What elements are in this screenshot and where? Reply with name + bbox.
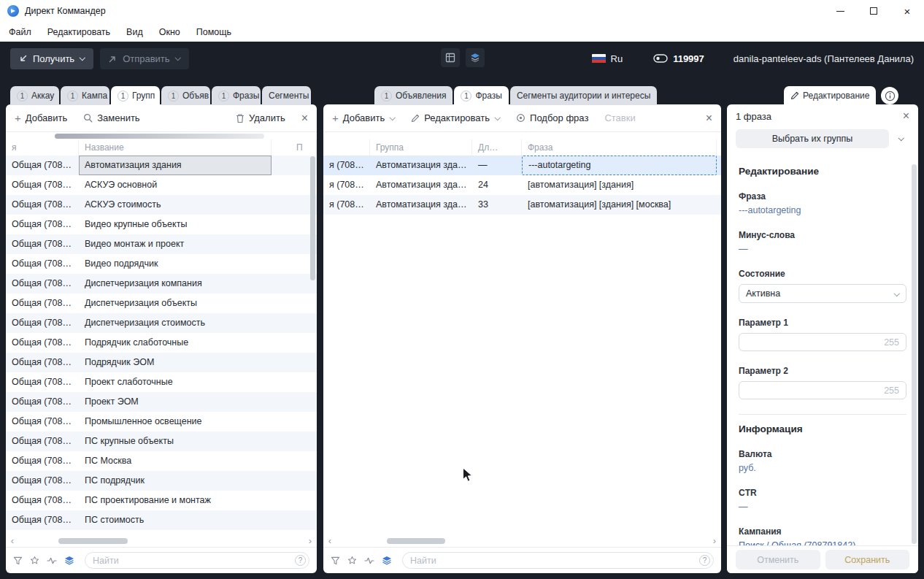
menu-item[interactable]: Файл <box>9 27 31 37</box>
add-label: Добавить <box>26 112 67 123</box>
param2-input[interactable] <box>739 381 906 399</box>
close-panel-button[interactable]: × <box>301 112 308 124</box>
menu-item[interactable]: Вид <box>126 27 143 37</box>
horizontal-scrollbar-top-thumb[interactable] <box>55 134 264 139</box>
table-row[interactable]: Общая (708… Диспетчеризация стоимость <box>6 313 317 333</box>
vertical-scrollbar-thumb[interactable] <box>310 156 315 280</box>
save-button[interactable]: Сохранить <box>825 550 910 570</box>
tab-label: Групп <box>132 91 155 101</box>
send-button[interactable]: Отправить <box>100 48 188 69</box>
language-switch[interactable]: Ru <box>611 53 623 64</box>
activity-icon[interactable] <box>47 556 57 565</box>
tab[interactable]: 1 Аккау <box>10 86 59 105</box>
layers-view-button[interactable] <box>466 48 485 67</box>
maximize-button[interactable] <box>857 0 890 22</box>
tab[interactable]: Сегменты аудитории и интересы <box>510 86 657 105</box>
table-row[interactable]: Общая (708… Видео монтаж и проект <box>6 234 317 254</box>
account-menu[interactable]: danila-panteleev-ads (Пантелеев Данила) <box>734 53 914 64</box>
search-help-icon[interactable]: ? <box>699 555 710 566</box>
menu-item[interactable]: Редактировать <box>47 27 110 37</box>
close-button[interactable]: × <box>890 0 924 22</box>
tab[interactable]: 1 Групп <box>111 86 160 105</box>
layers-filter-icon[interactable] <box>382 556 392 565</box>
add-phrase-button[interactable]: + Добавить <box>332 112 395 123</box>
close-panel-button[interactable]: × <box>706 112 712 124</box>
tab[interactable]: Сегменты <box>262 86 311 105</box>
tab[interactable]: 1 Объяв <box>161 86 210 105</box>
get-button[interactable]: Получить <box>10 48 93 69</box>
select-groups-button[interactable]: Выбрать их группы <box>736 129 889 148</box>
table-row[interactable]: Общая (708… Подрядчик ЭОМ <box>6 353 317 372</box>
search-input[interactable] <box>85 552 309 569</box>
param1-input[interactable] <box>739 333 906 351</box>
bids-button[interactable]: Ставки <box>604 112 635 123</box>
filter-icon[interactable] <box>13 556 23 565</box>
search-input[interactable] <box>402 552 714 569</box>
column-header-group[interactable]: Группа <box>370 139 472 156</box>
tab[interactable]: 1 Фразы <box>212 86 261 105</box>
horizontal-scrollbar-thumb[interactable] <box>387 538 445 544</box>
table-row[interactable]: Общая (708… Диспетчеризация объекты <box>6 294 317 313</box>
star-icon[interactable] <box>30 556 39 565</box>
minus-words-value[interactable]: — <box>739 244 906 254</box>
horizontal-scrollbar-thumb[interactable] <box>58 538 128 544</box>
menu-item[interactable]: Помощь <box>196 27 231 37</box>
scroll-right-arrow[interactable]: › <box>708 535 721 547</box>
minimize-button[interactable] <box>823 0 857 22</box>
edit-phrase-button[interactable]: Редактировать <box>411 112 500 123</box>
select-groups-dropdown[interactable] <box>893 129 909 148</box>
table-row[interactable]: Общая (708… АСКУЭ основной <box>6 175 317 195</box>
layers-filter-icon[interactable] <box>64 556 74 565</box>
cancel-button[interactable]: Отменить <box>736 550 820 570</box>
table-row[interactable]: Общая (708… Диспетчеризация компания <box>6 274 317 294</box>
state-select[interactable]: Активна <box>739 284 906 303</box>
tab[interactable]: 1 Фразы <box>454 86 508 105</box>
table-row[interactable]: Общая (708… ПС стоимость <box>6 510 317 530</box>
replace-label: Заменить <box>97 112 139 123</box>
menu-item[interactable]: Окно <box>159 27 180 37</box>
search-help-icon[interactable]: ? <box>295 555 306 566</box>
table-row[interactable]: Общая (708… Подрядчик слаботочные <box>6 333 317 353</box>
column-header-extra[interactable]: П <box>272 139 317 156</box>
table-row[interactable]: Общая (708… ПС проектирование и монтаж <box>6 491 317 510</box>
table-row[interactable]: Общая (708… Проект ЭОМ <box>6 392 317 412</box>
activity-icon[interactable] <box>364 556 374 565</box>
close-panel-button[interactable]: × <box>903 110 909 122</box>
phrase-picker-button[interactable]: Подбор фраз <box>516 112 588 123</box>
vertical-scrollbar-thumb[interactable] <box>912 164 917 544</box>
table-row[interactable]: Общая (708… ПС Москва <box>6 451 317 471</box>
phrase-value[interactable]: ---autotargeting <box>739 205 906 215</box>
table-row[interactable]: Общая (708… ПС крупные объекты <box>6 432 317 451</box>
info-button[interactable] <box>881 87 898 104</box>
table-row[interactable]: Общая (708… Автоматизация здания <box>6 156 317 175</box>
scroll-right-arrow[interactable]: › <box>304 535 317 547</box>
table-row[interactable]: Общая (708… ПС подрядчик <box>6 471 317 491</box>
table-row[interactable]: Общая (708… Промышленное освещение <box>6 412 317 432</box>
delete-button[interactable]: Удалить <box>236 112 285 123</box>
table-row[interactable]: я (708… Автоматизация зда… 24 [автоматиз… <box>323 175 721 195</box>
get-button-label: Получить <box>33 53 74 64</box>
table-row[interactable]: я (708… Автоматизация зда… — ---autotarg… <box>323 156 721 175</box>
tab[interactable]: 1 Кампа <box>61 86 109 105</box>
table-row[interactable]: я (708… Автоматизация зда… 33 [автоматиз… <box>323 195 721 215</box>
column-header-phrase[interactable]: Фраза <box>522 139 717 156</box>
column-header-campaign[interactable] <box>323 139 370 156</box>
table-row[interactable]: Общая (708… Видео подрядчик <box>6 254 317 274</box>
table-row[interactable]: Общая (708… АСКУЭ стоимость <box>6 195 317 215</box>
scroll-left-arrow[interactable]: ‹ <box>6 535 19 547</box>
column-header-campaign[interactable]: я <box>6 139 79 156</box>
tab[interactable]: 1 Объявления <box>374 86 453 105</box>
campaign-link[interactable]: Поиск / Общая (708791842) <box>739 540 906 545</box>
add-group-button[interactable]: + Добавить <box>15 112 67 123</box>
table-row[interactable]: Общая (708… Видео крупные объекты <box>6 215 317 234</box>
star-icon[interactable] <box>347 556 357 565</box>
tab-editing[interactable]: Редактирование <box>784 86 876 105</box>
russian-flag-icon <box>592 54 606 64</box>
filter-icon[interactable] <box>331 556 340 565</box>
replace-button[interactable]: Заменить <box>83 112 139 123</box>
column-header-length[interactable]: Дл… <box>472 139 522 156</box>
column-header-name[interactable]: Название <box>79 139 272 156</box>
scroll-left-arrow[interactable]: ‹ <box>323 535 336 547</box>
table-row[interactable]: Общая (708… Проект слаботочные <box>6 372 317 392</box>
table-view-button[interactable] <box>441 48 460 67</box>
